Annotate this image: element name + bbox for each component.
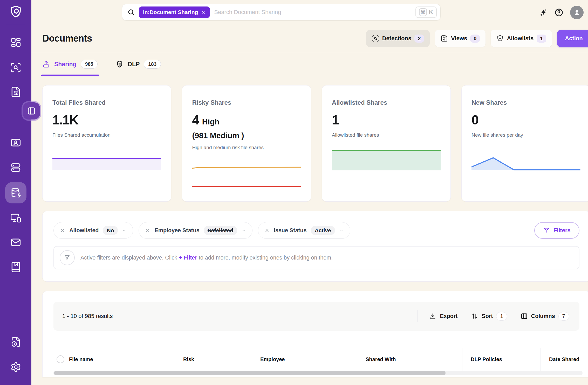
remove-filter-icon[interactable] (60, 228, 65, 233)
filter-pill-row: Allowlisted No Employee Status Safeliste… (53, 222, 579, 239)
funnel-badge (60, 250, 75, 265)
columns-icon (521, 313, 528, 320)
detections-count-badge: 2 (414, 35, 424, 43)
columns-button[interactable]: Columns 7 (521, 312, 569, 321)
dashboard-grid-icon (10, 37, 22, 48)
filter-field-label: Allowlisted (69, 227, 99, 234)
views-button[interactable]: Views 0 (435, 30, 486, 47)
scan-search-icon (10, 62, 22, 73)
sidebar-collapse-button[interactable] (23, 102, 40, 120)
filters-button[interactable]: Filters (534, 222, 579, 239)
scrollbar-thumb[interactable] (54, 371, 446, 375)
topbar-icons (539, 0, 588, 25)
card-new-shares: New Shares 0 New file shares per day (461, 85, 588, 202)
sort-count-badge: 1 (496, 312, 507, 321)
results-count: 1 - 10 of 985 results (62, 313, 418, 320)
toolbar-divider (418, 310, 418, 322)
export-button[interactable]: Export (429, 313, 457, 320)
filter-hint-text: Active filters are displayed above. Clic… (80, 255, 333, 261)
sidebar-item-data-active[interactable] (5, 182, 26, 203)
filter-field-label: Issue Status (274, 227, 307, 234)
card-subtitle: New file shares per day (471, 132, 580, 138)
settings-gear-icon (10, 362, 21, 373)
search-icon (127, 9, 135, 16)
panel-left-icon (27, 107, 36, 115)
page-title: Documents (42, 33, 366, 44)
tab-sharing-count: 985 (81, 60, 98, 69)
chevron-down-icon (122, 228, 127, 233)
filter-pill-issue-status[interactable]: Issue Status Active (258, 222, 350, 239)
card-risky-shares: Risky Shares 4High (981 Medium ) High an… (182, 85, 311, 202)
header-actions: Detections 2 Views 0 Allowlists 1 Action (366, 30, 588, 47)
sparkline-chart (52, 148, 161, 189)
main-area: in:Document Sharing Search Document Shar… (31, 0, 588, 385)
file-sliders-icon (10, 86, 22, 98)
shield-logo-icon (9, 5, 23, 19)
column-header-file-name[interactable]: File name (69, 348, 175, 371)
add-filter-link[interactable]: + Filter (179, 255, 197, 261)
card-total-files-shared: Total Files Shared 1.1K Files Shared acc… (42, 85, 171, 202)
card-value: 4 (192, 112, 199, 128)
sidebar-item-policies[interactable] (5, 81, 26, 103)
tab-sharing[interactable]: Sharing 985 (42, 52, 98, 76)
action-button[interactable]: Action (557, 30, 588, 47)
sidebar-item-mail[interactable] (5, 232, 26, 253)
allowlists-count-badge: 1 (537, 35, 546, 43)
search-bar[interactable]: in:Document Sharing Search Document Shar… (122, 4, 441, 21)
help-button[interactable] (555, 8, 563, 17)
tab-sharing-label: Sharing (54, 61, 77, 68)
app-logo[interactable] (9, 5, 23, 20)
select-all-checkbox[interactable] (57, 355, 64, 363)
filter-pill-employee-status[interactable]: Employee Status Safelisted (139, 222, 252, 239)
sidebar-item-settings[interactable] (5, 356, 26, 378)
filter-value-chip: Active (311, 226, 335, 235)
tab-dlp[interactable]: DLP 183 (116, 52, 161, 76)
remove-filter-icon[interactable] (145, 228, 150, 233)
filter-pill-allowlisted[interactable]: Allowlisted No (53, 222, 133, 239)
tab-bar: Sharing 985 DLP 183 (31, 52, 588, 76)
column-header-dlp-policies[interactable]: DLP Policies (462, 348, 541, 371)
card-title: Risky Shares (192, 99, 301, 106)
mail-icon (10, 237, 22, 248)
sidebar-item-activity-log[interactable] (5, 331, 26, 353)
sidebar-item-devices[interactable] (5, 207, 26, 229)
table-toolbar: 1 - 10 of 985 results Export Sort 1 Colu… (53, 302, 579, 331)
chevron-down-icon (339, 228, 344, 233)
column-header-risk[interactable]: Risk (175, 348, 252, 371)
sort-label: Sort (482, 313, 493, 320)
stat-cards: Total Files Shared 1.1K Files Shared acc… (42, 85, 588, 202)
action-label: Action (565, 35, 583, 42)
sidebar-item-dashboard[interactable] (5, 32, 26, 53)
export-label: Export (440, 313, 457, 320)
allowlists-label: Allowlists (507, 35, 534, 42)
sparkles-icon (539, 8, 548, 17)
sidebar-item-identities[interactable] (5, 132, 26, 153)
filter-value-chip: No (103, 226, 118, 235)
results-table-panel: 1 - 10 of 985 results Export Sort 1 Colu… (42, 291, 588, 377)
chevron-down-icon (241, 228, 246, 233)
sidebar-item-library[interactable] (5, 256, 26, 278)
sidebar-divider (6, 24, 25, 24)
filters-panel: Allowlisted No Employee Status Safeliste… (42, 211, 588, 282)
close-icon[interactable] (201, 10, 206, 15)
sidebar-item-integrations[interactable] (5, 157, 26, 178)
funnel-icon (543, 227, 550, 234)
database-zap-icon (10, 187, 22, 198)
funnel-icon (64, 255, 70, 261)
user-avatar[interactable] (570, 6, 584, 19)
horizontal-scrollbar[interactable] (53, 371, 583, 375)
column-header-shared-with[interactable]: Shared With (357, 348, 462, 371)
ai-assistant-button[interactable] (539, 8, 548, 17)
help-circle-icon (555, 8, 563, 17)
column-header-employee[interactable]: Employee (252, 348, 357, 371)
search-filter-tag[interactable]: in:Document Sharing (139, 6, 210, 18)
allowlists-button[interactable]: Allowlists 1 (491, 30, 552, 47)
column-header-date-shared[interactable]: Date Shared (541, 348, 579, 371)
app-root: in:Document Sharing Search Document Shar… (0, 0, 588, 385)
detections-button[interactable]: Detections 2 (366, 30, 430, 47)
views-label: Views (451, 35, 467, 42)
sort-button[interactable]: Sort 1 (471, 312, 507, 321)
remove-filter-icon[interactable] (264, 228, 270, 233)
sidebar-item-detections[interactable] (5, 57, 26, 78)
card-subtitle: Allowlisted file shares (332, 132, 441, 138)
